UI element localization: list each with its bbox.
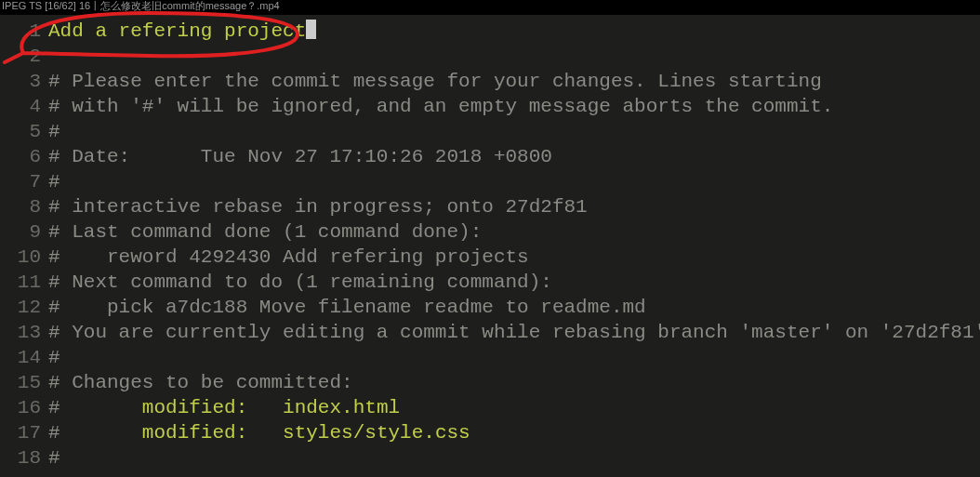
comment-line[interactable]: # [48, 169, 60, 194]
line-number: 3 [0, 69, 48, 94]
line-number: 7 [0, 169, 48, 194]
line-number: 6 [0, 144, 48, 169]
filename: styles/style.css [283, 422, 470, 444]
text-cursor [306, 20, 316, 39]
window-titlebar: IPEG TS [16/62] 16丨怎么修改老旧commit的message？… [0, 0, 980, 15]
commit-message-line[interactable]: Add a refering project [48, 19, 316, 44]
comment-line[interactable]: # reword 4292430 Add refering projects [48, 245, 529, 270]
comment-line[interactable]: # Date: Tue Nov 27 17:10:26 2018 +0800 [48, 144, 552, 169]
modified-keyword: modified: [142, 422, 283, 444]
comment-line[interactable]: # Next command to do (1 remaining comman… [48, 270, 552, 295]
line-number: 16 [0, 395, 48, 420]
modified-keyword: modified: [142, 397, 283, 418]
line-number: 5 [0, 119, 48, 144]
line-number: 8 [0, 194, 48, 219]
comment-line[interactable]: # modified: index.html [48, 395, 400, 420]
line-number: 17 [0, 420, 48, 445]
line-number: 2 [0, 44, 48, 69]
comment-line[interactable]: # [48, 345, 60, 370]
comment-line[interactable]: # modified: styles/style.css [48, 420, 470, 445]
window-title-text: IPEG TS [16/62] 16丨怎么修改老旧commit的message？… [2, 0, 280, 11]
comment-line[interactable]: # interactive rebase in progress; onto 2… [48, 194, 588, 219]
comment-line[interactable]: # You are currently editing a commit whi… [48, 320, 980, 345]
line-number: 13 [0, 320, 48, 345]
line-number: 14 [0, 345, 48, 370]
comment-line[interactable]: # with '#' will be ignored, and an empty… [48, 94, 833, 119]
line-number: 15 [0, 370, 48, 395]
line-number: 1 [0, 19, 48, 44]
filename: index.html [283, 397, 400, 418]
line-number: 12 [0, 295, 48, 320]
line-number: 11 [0, 270, 48, 295]
line-number: 10 [0, 245, 48, 270]
comment-line[interactable]: # [48, 119, 60, 144]
line-number: 9 [0, 219, 48, 245]
comment-line[interactable]: # pick a7dc188 Move filename readme to r… [48, 295, 646, 320]
comment-line[interactable]: # [48, 445, 60, 470]
line-number: 4 [0, 94, 48, 119]
text-editor[interactable]: 1 Add a refering project 2 3 # Please en… [0, 19, 980, 470]
line-number: 18 [0, 445, 48, 470]
comment-line[interactable]: # Please enter the commit message for yo… [48, 69, 822, 94]
comment-line[interactable]: # Changes to be committed: [48, 370, 353, 395]
comment-line[interactable]: # Last command done (1 command done): [48, 219, 482, 245]
